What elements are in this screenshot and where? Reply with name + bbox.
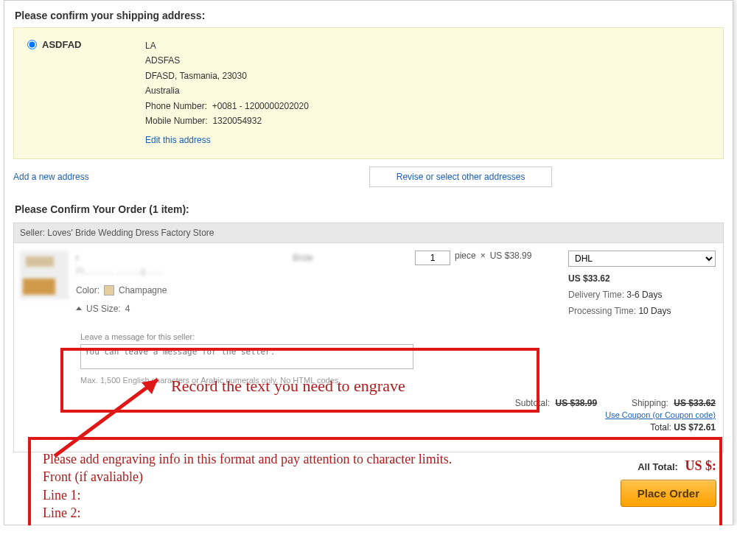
address-country: Australia bbox=[145, 83, 309, 98]
place-order-button[interactable]: Place Order bbox=[621, 480, 716, 507]
color-value: Champagne bbox=[119, 283, 167, 298]
mobile-label: Mobile Number: bbox=[145, 113, 208, 128]
seller-bar: Seller: Loves' Bride Wedding Dress Facto… bbox=[14, 223, 723, 243]
message-label: Leave a message for this seller: bbox=[80, 332, 716, 341]
order-box: Seller: Loves' Bride Wedding Dress Facto… bbox=[13, 223, 724, 452]
use-coupon-link[interactable]: Use Coupon (or Coupon code) bbox=[605, 410, 716, 419]
product-thumbnail bbox=[20, 251, 69, 299]
message-hint: Max. 1,500 English characters or Arabic … bbox=[80, 376, 716, 385]
confirm-order-title: Please Confirm Your Order (1 item): bbox=[15, 203, 724, 215]
seller-label: Seller: bbox=[20, 228, 45, 238]
size-label: US Size: bbox=[86, 301, 121, 316]
unit-price: US $38.99 bbox=[490, 251, 532, 261]
mobile-value: 1320054932 bbox=[212, 116, 262, 126]
address-details: LA ADSFAS DFASD, Tasmania, 23030 Austral… bbox=[145, 38, 309, 148]
piece-label: piece bbox=[455, 251, 476, 261]
quantity-input[interactable] bbox=[415, 251, 450, 265]
phone-value: +0081 - 1200000202020 bbox=[212, 101, 309, 111]
edit-address-link[interactable]: Edit this address bbox=[145, 133, 211, 147]
total-label: Total: bbox=[650, 422, 671, 433]
times-symbol: × bbox=[481, 251, 486, 261]
revise-address-button[interactable]: Revise or select other addresses bbox=[369, 167, 553, 187]
address-line2: ADSFAS bbox=[145, 53, 309, 68]
shipping-cost-label: Shipping: bbox=[632, 398, 668, 408]
caret-up-icon bbox=[76, 307, 82, 310]
shipping-method-select[interactable]: DHL bbox=[568, 251, 716, 267]
size-value: 4 bbox=[125, 301, 130, 316]
processing-value: 10 Days bbox=[638, 306, 671, 316]
subtotal-row: Subtotal: US $38.99 Shipping: US $33.62 bbox=[14, 393, 723, 410]
delivery-label: Delivery Time: bbox=[568, 290, 624, 300]
seller-name: Loves' Bride Wedding Dress Factory Store bbox=[47, 228, 214, 238]
shipping-price: US $33.62 bbox=[568, 271, 717, 287]
address-radio[interactable] bbox=[27, 40, 37, 49]
shipping-title: Please confirm your shipping address: bbox=[15, 10, 724, 21]
item-info: r Bride Pr............ ..........g .....… bbox=[76, 251, 415, 319]
delivery-value: 3-6 Days bbox=[626, 290, 662, 300]
address-box: ASDFAD LA ADSFAS DFASD, Tasmania, 23030 … bbox=[13, 27, 724, 159]
total-value: US $72.61 bbox=[674, 422, 716, 433]
address-line3: DFASD, Tasmania, 23030 bbox=[145, 69, 309, 83]
shipping-cost-value: US $33.62 bbox=[674, 398, 716, 408]
processing-label: Processing Time: bbox=[568, 306, 636, 316]
color-label: Color: bbox=[76, 283, 99, 298]
subtotal-value: US $38.99 bbox=[555, 398, 597, 408]
message-textarea[interactable] bbox=[80, 344, 413, 369]
all-total-value: US $: bbox=[685, 458, 716, 473]
quantity-column: piece × US $38.99 bbox=[415, 251, 562, 319]
color-swatch bbox=[104, 285, 114, 295]
total-row: Total: US $72.61 bbox=[14, 422, 723, 452]
item-title-tail: Bride bbox=[293, 251, 313, 261]
all-total-row: All Total: US $: bbox=[13, 452, 724, 480]
message-section: Leave a message for this seller: Max. 1,… bbox=[80, 332, 716, 385]
address-line1: LA bbox=[145, 38, 309, 53]
subtotal-label: Subtotal: bbox=[515, 398, 550, 408]
shipping-column: DHL US $33.62 Delivery Time: 3-6 Days Pr… bbox=[562, 251, 717, 319]
add-address-link[interactable]: Add a new address bbox=[13, 172, 89, 182]
phone-label: Phone Number: bbox=[145, 99, 207, 113]
address-name: ASDFAD bbox=[42, 38, 145, 50]
all-total-label: All Total: bbox=[638, 461, 678, 472]
